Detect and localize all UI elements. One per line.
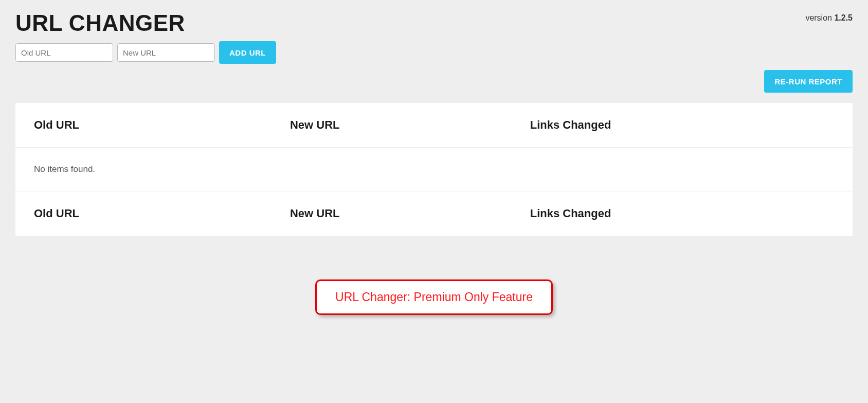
url-table: Old URL New URL Links Changed No items f…: [15, 103, 853, 236]
version-label: version 1.2.5: [805, 13, 853, 23]
table-footer-row: Old URL New URL Links Changed: [15, 191, 853, 236]
table-header-new: New URL: [290, 118, 530, 132]
old-url-input[interactable]: [15, 43, 113, 62]
add-url-button[interactable]: ADD URL: [219, 41, 276, 64]
table-footer-links: Links Changed: [530, 207, 834, 220]
table-footer-new: New URL: [290, 207, 530, 220]
rerun-report-button[interactable]: RE-RUN REPORT: [764, 70, 853, 93]
new-url-input[interactable]: [117, 43, 215, 62]
table-empty-row: No items found.: [15, 148, 853, 191]
page-title: URL CHANGER: [15, 10, 185, 36]
table-header-links: Links Changed: [530, 118, 834, 132]
url-form-row: ADD URL: [15, 41, 853, 64]
table-header-row: Old URL New URL Links Changed: [15, 103, 853, 148]
premium-callout-text: URL Changer: Premium Only Feature: [335, 290, 533, 304]
table-footer-old: Old URL: [34, 207, 290, 220]
empty-message: No items found.: [34, 164, 95, 174]
version-prefix: version: [805, 13, 834, 22]
table-header-old: Old URL: [34, 118, 290, 132]
premium-callout: URL Changer: Premium Only Feature: [315, 279, 553, 315]
version-number: 1.2.5: [834, 13, 853, 22]
